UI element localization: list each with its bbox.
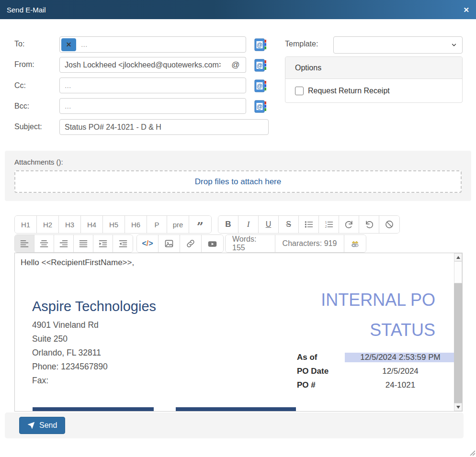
address-line: Phone: 1234567890 [32, 360, 108, 374]
return-receipt-checkbox[interactable] [295, 87, 304, 95]
send-button[interactable]: Send [19, 417, 65, 434]
undo-icon [364, 220, 374, 229]
redo-button[interactable] [339, 216, 359, 233]
strikethrough-button[interactable]: S [279, 216, 299, 233]
send-email-dialog: { "dialog": { "title": "Send E-Mail", "c… [0, 0, 476, 457]
dialog-titlebar: Send E-Mail ✕ [0, 0, 476, 19]
from-input[interactable] [59, 57, 226, 73]
close-icon[interactable]: ✕ [463, 6, 469, 13]
scroll-down-button[interactable] [454, 403, 462, 411]
to-input[interactable] [80, 40, 243, 49]
align-center-button[interactable] [34, 235, 54, 252]
scroll-up-button[interactable] [454, 253, 462, 261]
underline-button[interactable]: U [259, 216, 279, 233]
table-header-bar [176, 407, 296, 412]
cc-input[interactable] [59, 78, 246, 93]
dialog-title: Send E-Mail [7, 6, 46, 14]
po-status-table: As of 12/5/2024 2:53:59 PM PO Date 12/5/… [297, 350, 456, 392]
from-label: From: [14, 60, 34, 69]
view-html-button[interactable]: </> [137, 235, 159, 252]
company-address: 4901 Vineland Rd Suite 250 Orlando, FL 3… [32, 318, 108, 388]
email-greeting: Hello <<RecipientFirstName>>, [21, 258, 134, 268]
word-count: Words: 155 [226, 235, 275, 252]
h2-button[interactable]: H2 [37, 216, 59, 233]
align-right-button[interactable] [54, 235, 74, 252]
macro-button[interactable] [344, 235, 366, 252]
h6-button[interactable]: H6 [125, 216, 147, 233]
dialog-footer: Send [5, 412, 464, 438]
at-sign-button[interactable]: @ [226, 57, 246, 73]
svg-text:@: @ [257, 62, 262, 69]
attachments-dropzone[interactable]: Drop files to attach here [14, 170, 462, 193]
bold-button[interactable]: B [218, 216, 238, 233]
asof-value: 12/5/2024 2:53:59 PM [345, 353, 456, 362]
address-line: Fax: [32, 374, 108, 388]
ponumber-value: 24-1021 [345, 380, 456, 390]
po-status-heading: INTERNAL PO STATUS [321, 285, 435, 345]
resize-grip[interactable] [468, 449, 475, 456]
image-icon [164, 239, 174, 248]
undo-button[interactable] [359, 216, 379, 233]
h4-button[interactable]: H4 [81, 216, 103, 233]
return-receipt-label: Request Return Receipt [308, 87, 390, 95]
editor-scrollbar[interactable] [454, 253, 462, 411]
chevron-down-icon [451, 42, 457, 48]
link-icon [186, 239, 195, 248]
ordered-list-button[interactable]: 1 2 [319, 216, 339, 233]
toolbar-insert-group: </> [136, 234, 224, 253]
insert-video-button[interactable] [202, 235, 223, 252]
unordered-list-icon [304, 220, 314, 229]
scrollbar-thumb[interactable] [454, 261, 462, 283]
align-justify-button[interactable] [74, 235, 93, 252]
remove-format-button[interactable] [379, 216, 399, 233]
align-left-icon [20, 239, 29, 248]
company-name: Aspire Technologies [32, 299, 156, 314]
attachments-label: Attachments (): [14, 158, 63, 166]
to-chip-remove-button[interactable]: ✕ [61, 38, 76, 51]
bold-icon: B [225, 220, 231, 229]
outdent-button[interactable] [113, 235, 133, 252]
address-line: Suite 250 [32, 332, 108, 346]
bcc-input[interactable] [59, 98, 246, 114]
subject-input[interactable] [59, 119, 269, 135]
email-body-editor[interactable]: Hello <<RecipientFirstName>>, Aspire Tec… [14, 253, 463, 412]
align-left-button[interactable] [15, 235, 34, 252]
h5-button[interactable]: H5 [103, 216, 125, 233]
bcc-label: Bcc: [14, 102, 29, 111]
character-count: Characters: 919 [275, 235, 344, 252]
address-book-icon[interactable]: @ [254, 79, 267, 93]
svg-text:@: @ [257, 103, 262, 110]
blockquote-button[interactable]: ” [189, 216, 211, 233]
subject-label: Subject: [14, 123, 42, 131]
remove-icon: ✕ [66, 41, 72, 48]
indent-button[interactable] [93, 235, 113, 252]
italic-button[interactable]: I [238, 216, 259, 233]
align-justify-icon [79, 239, 88, 248]
scrollbar-track[interactable] [454, 283, 462, 403]
svg-text:@: @ [257, 42, 262, 48]
cc-label: Cc: [14, 81, 26, 90]
outdent-icon [118, 239, 128, 248]
template-select[interactable] [333, 36, 463, 54]
h1-button[interactable]: H1 [15, 216, 37, 233]
h3-button[interactable]: H3 [59, 216, 81, 233]
options-title: Options [295, 64, 321, 72]
address-line: Orlando, FL 32811 [32, 346, 108, 360]
status-row-ponumber: PO # 24-1021 [297, 378, 456, 392]
code-icon: < [142, 239, 146, 248]
insert-image-button[interactable] [159, 235, 180, 252]
dropzone-text: Drop files to attach here [195, 177, 281, 187]
paragraph-button[interactable]: P [147, 216, 167, 233]
status-row-asof: As of 12/5/2024 2:53:59 PM [297, 350, 456, 364]
send-icon [27, 422, 35, 429]
address-book-icon[interactable]: @ [254, 38, 267, 52]
address-book-icon[interactable]: @ [254, 58, 267, 72]
align-center-icon [39, 239, 49, 248]
status-row-podate: PO Date 12/5/2024 [297, 364, 456, 378]
to-field[interactable]: ✕ [59, 36, 246, 53]
unordered-list-button[interactable] [299, 216, 319, 233]
insert-link-button[interactable] [180, 235, 202, 252]
preformatted-button[interactable]: pre [167, 216, 189, 233]
address-book-icon[interactable]: @ [254, 100, 267, 113]
toolbar-align-group [14, 234, 133, 253]
